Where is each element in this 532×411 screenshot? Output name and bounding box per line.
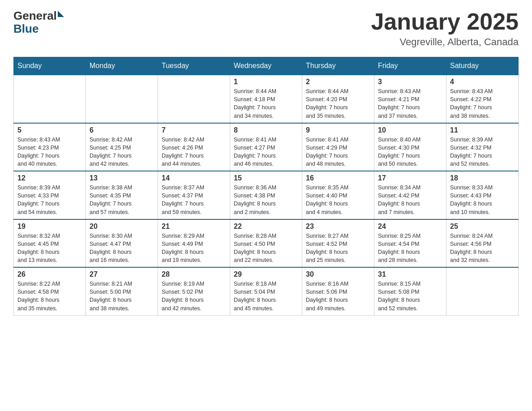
calendar-header-thursday: Thursday xyxy=(302,57,374,75)
calendar-cell: 26Sunrise: 8:22 AM Sunset: 4:58 PM Dayli… xyxy=(14,267,86,315)
calendar-header-saturday: Saturday xyxy=(446,57,519,75)
calendar-cell: 20Sunrise: 8:30 AM Sunset: 4:47 PM Dayli… xyxy=(86,219,158,268)
calendar-cell: 14Sunrise: 8:37 AM Sunset: 4:37 PM Dayli… xyxy=(158,171,230,219)
calendar-cell: 10Sunrise: 8:40 AM Sunset: 4:30 PM Dayli… xyxy=(374,123,446,171)
day-info: Sunrise: 8:30 AM Sunset: 4:47 PM Dayligh… xyxy=(90,232,154,265)
calendar-cell: 16Sunrise: 8:35 AM Sunset: 4:40 PM Dayli… xyxy=(302,171,374,219)
calendar-cell: 18Sunrise: 8:33 AM Sunset: 4:43 PM Dayli… xyxy=(446,171,519,219)
calendar-cell: 29Sunrise: 8:18 AM Sunset: 5:04 PM Dayli… xyxy=(230,267,302,315)
day-number: 4 xyxy=(450,78,515,86)
calendar-cell: 3Sunrise: 8:43 AM Sunset: 4:21 PM Daylig… xyxy=(374,75,446,123)
calendar-cell: 27Sunrise: 8:21 AM Sunset: 5:00 PM Dayli… xyxy=(86,267,158,315)
calendar-cell: 1Sunrise: 8:44 AM Sunset: 4:18 PM Daylig… xyxy=(230,75,302,123)
week-row-2: 5Sunrise: 8:43 AM Sunset: 4:23 PM Daylig… xyxy=(14,123,519,171)
calendar-cell: 6Sunrise: 8:42 AM Sunset: 4:25 PM Daylig… xyxy=(86,123,158,171)
day-number: 12 xyxy=(17,174,82,182)
day-info: Sunrise: 8:44 AM Sunset: 4:18 PM Dayligh… xyxy=(234,87,298,120)
calendar-cell xyxy=(158,75,230,123)
day-info: Sunrise: 8:35 AM Sunset: 4:40 PM Dayligh… xyxy=(306,184,370,216)
day-info: Sunrise: 8:41 AM Sunset: 4:29 PM Dayligh… xyxy=(306,136,370,168)
calendar-cell: 5Sunrise: 8:43 AM Sunset: 4:23 PM Daylig… xyxy=(14,123,86,171)
day-info: Sunrise: 8:27 AM Sunset: 4:52 PM Dayligh… xyxy=(306,232,370,265)
day-info: Sunrise: 8:16 AM Sunset: 5:06 PM Dayligh… xyxy=(306,280,370,313)
calendar-cell: 25Sunrise: 8:24 AM Sunset: 4:56 PM Dayli… xyxy=(446,219,519,268)
week-row-4: 19Sunrise: 8:32 AM Sunset: 4:45 PM Dayli… xyxy=(14,219,519,268)
day-info: Sunrise: 8:22 AM Sunset: 4:58 PM Dayligh… xyxy=(17,280,82,313)
calendar-table: SundayMondayTuesdayWednesdayThursdayFrid… xyxy=(13,57,519,316)
calendar-cell: 8Sunrise: 8:41 AM Sunset: 4:27 PM Daylig… xyxy=(230,123,302,171)
location-text: Vegreville, Alberta, Canada xyxy=(371,36,519,48)
calendar-cell xyxy=(14,75,86,123)
day-number: 31 xyxy=(378,270,442,278)
day-number: 21 xyxy=(162,223,226,231)
day-info: Sunrise: 8:42 AM Sunset: 4:26 PM Dayligh… xyxy=(162,136,226,168)
day-number: 3 xyxy=(378,78,442,86)
week-row-5: 26Sunrise: 8:22 AM Sunset: 4:58 PM Dayli… xyxy=(14,267,519,315)
day-number: 23 xyxy=(306,223,370,231)
calendar-header-wednesday: Wednesday xyxy=(230,57,302,75)
logo-general-text: General xyxy=(13,9,57,23)
day-info: Sunrise: 8:37 AM Sunset: 4:37 PM Dayligh… xyxy=(162,184,226,216)
calendar-cell: 23Sunrise: 8:27 AM Sunset: 4:52 PM Dayli… xyxy=(302,219,374,268)
calendar-cell: 12Sunrise: 8:39 AM Sunset: 4:33 PM Dayli… xyxy=(14,171,86,219)
calendar-header-friday: Friday xyxy=(374,57,446,75)
calendar-cell: 31Sunrise: 8:15 AM Sunset: 5:08 PM Dayli… xyxy=(374,267,446,315)
calendar-header-row: SundayMondayTuesdayWednesdayThursdayFrid… xyxy=(14,57,519,75)
day-info: Sunrise: 8:40 AM Sunset: 4:30 PM Dayligh… xyxy=(378,136,442,168)
day-number: 14 xyxy=(162,174,226,182)
day-number: 26 xyxy=(17,270,82,278)
calendar-cell: 7Sunrise: 8:42 AM Sunset: 4:26 PM Daylig… xyxy=(158,123,230,171)
day-number: 20 xyxy=(90,223,154,231)
day-number: 19 xyxy=(17,223,82,231)
day-number: 22 xyxy=(234,223,298,231)
week-row-1: 1Sunrise: 8:44 AM Sunset: 4:18 PM Daylig… xyxy=(14,75,519,123)
week-row-3: 12Sunrise: 8:39 AM Sunset: 4:33 PM Dayli… xyxy=(14,171,519,219)
day-info: Sunrise: 8:21 AM Sunset: 5:00 PM Dayligh… xyxy=(90,280,154,313)
day-info: Sunrise: 8:34 AM Sunset: 4:42 PM Dayligh… xyxy=(378,184,442,216)
day-info: Sunrise: 8:38 AM Sunset: 4:35 PM Dayligh… xyxy=(90,184,154,216)
logo-blue-text: Blue xyxy=(13,22,64,36)
day-number: 25 xyxy=(450,223,515,231)
calendar-cell: 13Sunrise: 8:38 AM Sunset: 4:35 PM Dayli… xyxy=(86,171,158,219)
calendar-cell xyxy=(446,267,519,315)
day-number: 16 xyxy=(306,174,370,182)
day-info: Sunrise: 8:43 AM Sunset: 4:23 PM Dayligh… xyxy=(17,136,82,168)
day-number: 6 xyxy=(90,126,154,134)
day-number: 15 xyxy=(234,174,298,182)
month-title: January 2025 xyxy=(371,9,519,34)
day-number: 30 xyxy=(306,270,370,278)
day-info: Sunrise: 8:39 AM Sunset: 4:33 PM Dayligh… xyxy=(17,184,82,216)
day-info: Sunrise: 8:18 AM Sunset: 5:04 PM Dayligh… xyxy=(234,280,298,313)
calendar-cell: 15Sunrise: 8:36 AM Sunset: 4:38 PM Dayli… xyxy=(230,171,302,219)
day-info: Sunrise: 8:28 AM Sunset: 4:50 PM Dayligh… xyxy=(234,232,298,265)
day-number: 29 xyxy=(234,270,298,278)
day-number: 24 xyxy=(378,223,442,231)
calendar-header-sunday: Sunday xyxy=(14,57,86,75)
calendar-cell: 22Sunrise: 8:28 AM Sunset: 4:50 PM Dayli… xyxy=(230,219,302,268)
logo: General Blue xyxy=(13,9,64,36)
day-info: Sunrise: 8:19 AM Sunset: 5:02 PM Dayligh… xyxy=(162,280,226,313)
day-info: Sunrise: 8:39 AM Sunset: 4:32 PM Dayligh… xyxy=(450,136,515,168)
calendar-cell: 28Sunrise: 8:19 AM Sunset: 5:02 PM Dayli… xyxy=(158,267,230,315)
day-info: Sunrise: 8:42 AM Sunset: 4:25 PM Dayligh… xyxy=(90,136,154,168)
title-section: January 2025 Vegreville, Alberta, Canada xyxy=(371,9,519,48)
calendar-cell: 30Sunrise: 8:16 AM Sunset: 5:06 PM Dayli… xyxy=(302,267,374,315)
calendar-header-tuesday: Tuesday xyxy=(158,57,230,75)
day-number: 1 xyxy=(234,78,298,86)
day-number: 27 xyxy=(90,270,154,278)
calendar-cell: 9Sunrise: 8:41 AM Sunset: 4:29 PM Daylig… xyxy=(302,123,374,171)
calendar-cell: 17Sunrise: 8:34 AM Sunset: 4:42 PM Dayli… xyxy=(374,171,446,219)
day-number: 17 xyxy=(378,174,442,182)
day-info: Sunrise: 8:36 AM Sunset: 4:38 PM Dayligh… xyxy=(234,184,298,216)
day-info: Sunrise: 8:43 AM Sunset: 4:21 PM Dayligh… xyxy=(378,87,442,120)
day-info: Sunrise: 8:33 AM Sunset: 4:43 PM Dayligh… xyxy=(450,184,515,216)
calendar-cell: 11Sunrise: 8:39 AM Sunset: 4:32 PM Dayli… xyxy=(446,123,519,171)
day-info: Sunrise: 8:32 AM Sunset: 4:45 PM Dayligh… xyxy=(17,232,82,265)
day-info: Sunrise: 8:24 AM Sunset: 4:56 PM Dayligh… xyxy=(450,232,515,265)
calendar-cell: 2Sunrise: 8:44 AM Sunset: 4:20 PM Daylig… xyxy=(302,75,374,123)
calendar-cell xyxy=(86,75,158,123)
calendar-cell: 24Sunrise: 8:25 AM Sunset: 4:54 PM Dayli… xyxy=(374,219,446,268)
day-number: 10 xyxy=(378,126,442,134)
day-number: 2 xyxy=(306,78,370,86)
day-number: 5 xyxy=(17,126,82,134)
